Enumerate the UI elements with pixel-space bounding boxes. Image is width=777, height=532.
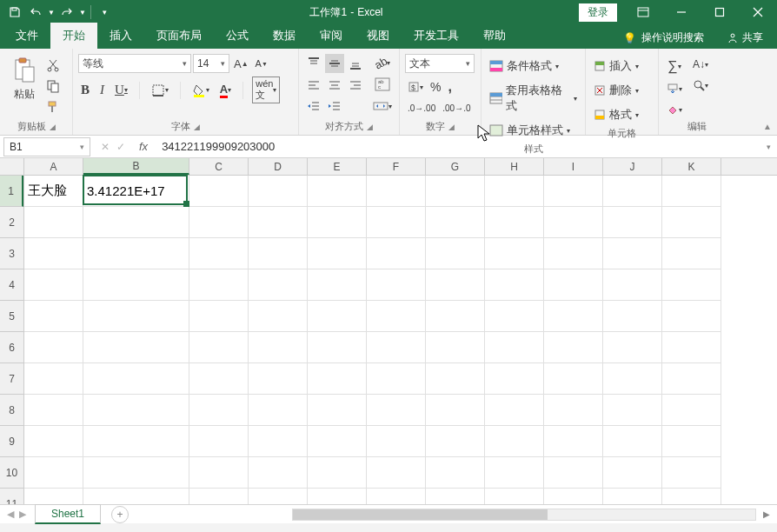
insert-cells-button[interactable]: 插入▾ [591, 56, 641, 76]
number-launcher-icon[interactable]: ◢ [448, 123, 455, 131]
clipboard-launcher-icon[interactable]: ◢ [50, 123, 56, 131]
collapse-ribbon-icon[interactable]: ▲ [763, 122, 772, 131]
cell[interactable] [249, 238, 308, 269]
conditional-format-button[interactable]: 条件格式▾ [487, 56, 561, 76]
tab-page-layout[interactable]: 页面布局 [144, 23, 214, 49]
column-header[interactable]: C [189, 158, 249, 175]
add-sheet-button[interactable]: + [111, 506, 129, 523]
column-header[interactable]: J [603, 158, 662, 175]
cell[interactable] [308, 176, 367, 207]
cell[interactable] [603, 269, 662, 301]
cell[interactable] [544, 395, 603, 426]
cell[interactable] [603, 426, 662, 457]
cell[interactable] [485, 301, 544, 332]
cell[interactable] [189, 301, 249, 332]
row-header[interactable]: 3 [0, 238, 23, 269]
cell[interactable] [485, 426, 544, 457]
cell[interactable] [83, 301, 189, 332]
cell[interactable] [426, 457, 485, 489]
increase-decimal-icon[interactable]: .0→.00 [405, 101, 438, 116]
font-color-button[interactable]: A▾ [217, 80, 234, 101]
cell[interactable] [189, 489, 249, 504]
cell[interactable] [662, 426, 721, 457]
redo-icon[interactable] [57, 3, 76, 22]
cell[interactable] [662, 176, 721, 207]
redo-dropdown-icon[interactable]: ▼ [78, 3, 87, 22]
cell[interactable] [485, 332, 544, 363]
tab-developer[interactable]: 开发工具 [402, 23, 471, 49]
cell[interactable] [544, 363, 603, 395]
row-header[interactable]: 9 [0, 426, 23, 457]
increase-font-icon[interactable]: A▲ [231, 55, 251, 73]
row-header[interactable]: 4 [0, 269, 23, 301]
paste-button[interactable]: 粘贴 [5, 52, 43, 102]
cell[interactable] [544, 426, 603, 457]
row-header[interactable]: 10 [0, 457, 23, 489]
increase-indent-icon[interactable] [325, 97, 344, 116]
select-all-corner[interactable] [0, 158, 24, 176]
tab-help[interactable]: 帮助 [471, 23, 518, 49]
find-select-icon[interactable]: ▾ [690, 76, 711, 94]
cell[interactable] [308, 269, 367, 301]
sort-filter-icon[interactable]: A↓▾ [690, 56, 711, 73]
undo-icon[interactable] [26, 3, 45, 22]
cell[interactable]: 3.41221E+17 [83, 176, 189, 207]
cell[interactable] [485, 457, 544, 489]
column-header[interactable]: D [249, 158, 308, 175]
italic-button[interactable]: I [97, 80, 107, 100]
tab-formulas[interactable]: 公式 [214, 23, 261, 49]
cell[interactable] [544, 301, 603, 332]
cell[interactable] [24, 269, 83, 301]
cell[interactable] [426, 269, 485, 301]
cell[interactable] [308, 238, 367, 269]
cell[interactable] [308, 332, 367, 363]
cell[interactable] [24, 301, 83, 332]
close-icon[interactable] [739, 0, 777, 24]
cell[interactable] [189, 457, 249, 489]
cell[interactable] [485, 363, 544, 395]
align-left-icon[interactable] [304, 76, 323, 95]
cell[interactable] [544, 457, 603, 489]
sheet-nav-next-icon[interactable]: ▶ [19, 509, 26, 520]
cell[interactable] [662, 489, 721, 504]
cut-button[interactable] [43, 56, 63, 75]
ribbon-display-icon[interactable] [624, 0, 662, 24]
cell[interactable] [308, 395, 367, 426]
cell[interactable] [426, 301, 485, 332]
cell[interactable] [308, 363, 367, 395]
cell[interactable] [426, 489, 485, 504]
row-header[interactable]: 2 [0, 207, 23, 238]
cell[interactable] [189, 332, 249, 363]
autosum-icon[interactable]: ∑▾ [664, 56, 685, 76]
name-box[interactable]: B1▾ [3, 137, 90, 156]
cell[interactable] [367, 489, 426, 504]
horizontal-scrollbar[interactable] [292, 509, 756, 521]
cell[interactable] [249, 457, 308, 489]
expand-formula-bar-icon[interactable]: ▾ [760, 143, 777, 151]
scroll-right-icon[interactable]: ▶ [763, 509, 770, 519]
row-header[interactable]: 5 [0, 301, 23, 332]
comma-format-icon[interactable]: , [445, 76, 454, 97]
cell[interactable] [485, 176, 544, 207]
row-header[interactable]: 6 [0, 332, 23, 363]
cell[interactable] [662, 395, 721, 426]
tab-review[interactable]: 审阅 [308, 23, 355, 49]
cell[interactable] [485, 489, 544, 504]
cell[interactable] [485, 269, 544, 301]
worksheet-grid[interactable]: ABCDEFGHIJK 1234567891011 王大脸3.41221E+17 [0, 158, 777, 504]
cell[interactable] [189, 426, 249, 457]
column-header[interactable]: K [662, 158, 721, 175]
cell[interactable] [189, 238, 249, 269]
phonetic-button[interactable]: wén文▾ [252, 76, 280, 103]
cell[interactable] [603, 176, 662, 207]
tab-file[interactable]: 文件 [3, 23, 50, 49]
cell[interactable] [603, 457, 662, 489]
cell[interactable] [24, 426, 83, 457]
column-header[interactable]: H [485, 158, 544, 175]
number-format-combo[interactable]: 文本▾ [405, 54, 475, 73]
cell[interactable] [367, 269, 426, 301]
cell[interactable] [426, 207, 485, 238]
cell[interactable] [367, 363, 426, 395]
row-header[interactable]: 11 [0, 489, 23, 504]
cell[interactable] [603, 489, 662, 504]
